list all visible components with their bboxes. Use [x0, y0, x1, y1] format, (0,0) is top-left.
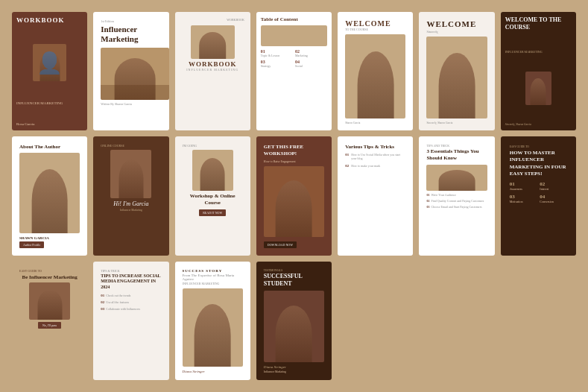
- card-15-btn[interactable]: No, I'll pass: [38, 322, 61, 329]
- card-welcome-1[interactable]: WELCOME TO THE COURSE Sharon Garcia: [338, 12, 413, 130]
- card-17-subtitle: INFLUENCER MARKETING: [183, 282, 243, 285]
- card-2-image: [101, 48, 168, 100]
- card-8-image: [19, 153, 80, 233]
- card-17-title: From The Expertise of Rosa Maria Aguirre: [183, 274, 243, 281]
- card-6-image: [426, 37, 487, 118]
- card-13-list: 01Write Your Audience 02Find Quality Con…: [423, 193, 490, 212]
- card-workbook-alt[interactable]: WORKBOOK WORKBOOK INFLUENCER MARKETING: [175, 12, 250, 130]
- card-influencer-cover[interactable]: 1st Edition Influencer Marketing Written…: [93, 12, 168, 130]
- card-1-title: WORKBOOK: [16, 16, 83, 24]
- card-8-title: About The Author: [19, 144, 80, 150]
- card-2-title: Influencer Marketing: [101, 25, 161, 44]
- card-4-title: Table of Content: [261, 16, 327, 22]
- card-16-items: 01Check out the trends 02Use all the fea…: [97, 291, 165, 314]
- card-6-body: Sincerely, Sharon Garcia: [423, 121, 490, 127]
- card-10-image: [192, 150, 233, 191]
- card-12-title: Various Tips & Tricks: [345, 144, 405, 150]
- card-be-influencer[interactable]: EASY GUIDE TO Be Influencer Marketing No…: [12, 262, 87, 380]
- card-1-author: Rosa Garcia: [16, 122, 83, 126]
- card-8-btn[interactable]: Author Profile: [19, 241, 44, 248]
- card-7-subtitle: INFLUENCER MARKETING: [505, 50, 572, 54]
- card-12-tip-1: How to Use Social Media when you start y…: [351, 153, 405, 160]
- card-11-sub: How to Raise Engagement: [264, 159, 324, 163]
- card-1-image: [33, 44, 66, 81]
- card-14-label: EASY GUIDE TO: [510, 145, 567, 148]
- card-3-label: WORKBOOK: [224, 16, 247, 24]
- card-1-subtitle: INFLUENCER MARKETING: [16, 101, 83, 105]
- card-5-body: Sharon Garcia: [341, 121, 409, 127]
- card-12-tips: 01 How to Use Social Media when you star…: [341, 150, 409, 171]
- card-14-steps: 01Awareness 02Interest 03Motivation 04Co…: [505, 177, 572, 207]
- card-3-sub: INFLUENCER MARKETING: [186, 68, 238, 72]
- card-workshop-course[interactable]: I'M GOING Workshop & Online Course READ …: [175, 136, 250, 255]
- card-18-title: SUCCESSFUL STUDENT: [264, 273, 324, 288]
- card-6-welcome: WELCOME: [426, 19, 487, 28]
- card-11-image: [264, 166, 324, 237]
- card-7-title: WELCOME TO THE COURSE: [505, 16, 572, 32]
- card-workbook-cover[interactable]: WORKBOOK INFLUENCER MARKETING Rosa Garci…: [12, 12, 87, 130]
- card-18-image: [264, 291, 324, 362]
- card-successful-student[interactable]: TESTIMONIALS SUCCESSFUL STUDENT Diana St…: [256, 262, 332, 380]
- card-10-btn[interactable]: READ IT NOW: [199, 209, 226, 216]
- card-14-title: HOW TO MASTER INFLUENCER MARKETING IN FO…: [510, 150, 567, 177]
- card-success-story[interactable]: SUCCESS STORY From The Expertise of Rosa…: [175, 262, 250, 380]
- card-table-content[interactable]: Table of Content 01Topic & Lesson 02Mark…: [256, 12, 332, 130]
- card-15-label: EASY GUIDE TO: [19, 269, 80, 273]
- card-tips-increase[interactable]: TIPS & TRICK TIPS TO INCREASE SOCIAL MED…: [93, 262, 168, 380]
- grid-container: WORKBOOK INFLUENCER MARKETING Rosa Garci…: [0, 0, 588, 392]
- card-3-image: [191, 25, 235, 59]
- card-4-toc: 01Topic & Lesson 02Marketing 03Strategy …: [261, 49, 327, 68]
- card-15-title: Be Influencer Marketing: [19, 274, 80, 280]
- card-3-title: WORKBOOK: [189, 60, 237, 68]
- card-17-label: SUCCESS STORY: [183, 269, 243, 273]
- card-4-img: [261, 25, 327, 46]
- card-three-essentials[interactable]: TIPS AND TRICK 3 Essentials Things You S…: [419, 136, 494, 255]
- card-7-image: [525, 72, 551, 105]
- card-9-label: ONLINE COURSE: [101, 144, 161, 148]
- card-2-subtitle: Written By Sharon Garcia: [97, 100, 165, 108]
- card-15-image: [29, 282, 70, 320]
- card-11-title: GET THIS FREE WORKSHOP!: [264, 144, 324, 157]
- card-13-image: [426, 165, 487, 191]
- card-5-subtitle: TO THE COURSE: [341, 28, 409, 31]
- card-17-image: [183, 288, 243, 367]
- card-16-title: TIPS TO INCREASE SOCIAL MEDIA ENGAGEMENT…: [101, 274, 161, 291]
- card-5-image: [345, 34, 405, 118]
- card-11-btn[interactable]: DOWNLOAD NOW: [264, 241, 297, 248]
- card-18-body: Influencer Marketing: [260, 369, 328, 376]
- card-welcome-course[interactable]: WELCOME TO THE COURSE INFLUENCER MARKETI…: [501, 12, 576, 130]
- card-9-sub: Influencer Marketing: [116, 207, 146, 213]
- card-18-label: TESTIMONIALS: [264, 269, 324, 272]
- card-welcome-2[interactable]: WELCOME Sincerely, Sincerely, Sharon Gar…: [419, 12, 494, 130]
- card-13-label: TIPS AND TRICK: [426, 144, 487, 148]
- card-10-label: I'M GOING: [183, 144, 243, 148]
- card-13-title: 3 Essentials Things You Should Know: [426, 148, 487, 162]
- card-9-image: [110, 150, 151, 198]
- card-tips-tricks[interactable]: Various Tips & Tricks 01 How to Use Soci…: [338, 136, 413, 255]
- card-16-label: TIPS & TRICK: [101, 269, 161, 273]
- card-free-workshop[interactable]: GET THIS FREE WORKSHOP! How to Raise Eng…: [256, 136, 332, 255]
- card-2-edition: 1st Edition: [101, 19, 161, 23]
- card-7-author: Sincerely, Sharon Garcia: [505, 123, 572, 126]
- card-5-welcome: WELCOME: [341, 16, 409, 28]
- card-9-name: Hi! I'm Garcia: [113, 200, 148, 207]
- card-12-tip-2: How to make your mark: [351, 164, 380, 168]
- card-four-steps[interactable]: EASY GUIDE TO HOW TO MASTER INFLUENCER M…: [501, 136, 576, 255]
- card-hi-garcia[interactable]: ONLINE COURSE Hi! I'm Garcia Influencer …: [93, 136, 168, 255]
- card-about-author[interactable]: About The Author SHAWN GARCIA Author Pro…: [12, 136, 87, 255]
- card-6-subtitle: Sincerely,: [426, 30, 487, 34]
- card-17-name: Diana Stringer: [179, 370, 247, 376]
- card-10-title: Workshop & Online Course: [179, 193, 247, 206]
